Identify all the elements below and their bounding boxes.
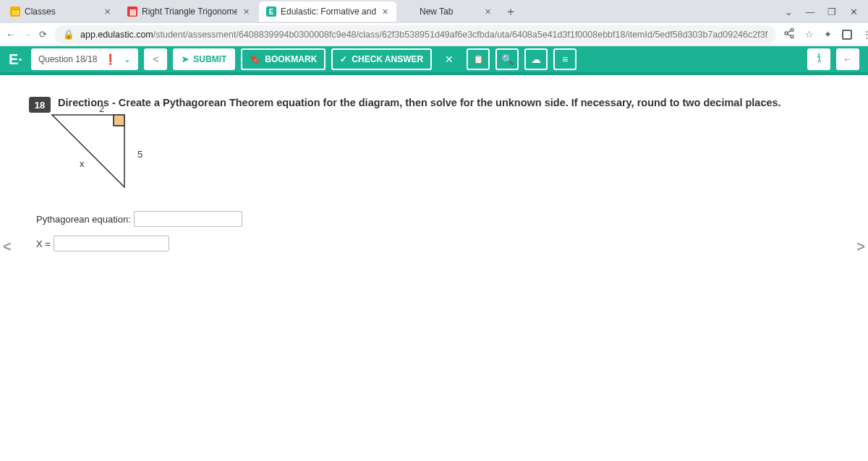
calculator-button[interactable]: 📋 — [467, 48, 490, 70]
check-icon: ✓ — [340, 54, 347, 64]
edulastic-icon: E — [266, 7, 276, 17]
close-icon[interactable]: ✕ — [380, 7, 389, 16]
warning-icon: ❗ — [104, 53, 116, 65]
forward-icon[interactable]: → — [22, 29, 32, 40]
svg-rect-7 — [114, 115, 124, 126]
svg-line-3 — [788, 30, 791, 33]
address-path: /student/assessment/6408839994b0300008fc… — [153, 30, 767, 40]
browser-tab-strip: ▭ Classes ✕ ▤ Right Triangle Trigonometr… — [0, 0, 868, 23]
label-top: 2 — [99, 103, 868, 114]
blank-icon — [405, 7, 415, 17]
window-controls: ⌄ — ❐ ✕ — [784, 7, 868, 17]
check-label: CHECK ANSWER — [352, 54, 423, 64]
tab-right-triangle[interactable]: ▤ Right Triangle Trigonometry Revi ✕ — [120, 1, 258, 22]
new-tab-button[interactable]: ＋ — [501, 1, 521, 22]
share-icon[interactable] — [783, 27, 795, 41]
assessment-toolbar: E· Question 18/18 ❗ ⌄ < ➤ SUBMIT 🔖 BOOKM… — [0, 46, 868, 75]
account-icon[interactable] — [842, 30, 852, 40]
lines-button[interactable]: ≡ — [553, 48, 576, 70]
pdf-icon: ▤ — [127, 7, 137, 17]
submit-label: SUBMIT — [193, 54, 226, 64]
prev-page-chevron[interactable]: < — [3, 238, 12, 255]
lock-icon: 🔒 — [63, 29, 75, 40]
equation-label: Pythagorean equation: — [36, 214, 131, 225]
address-domain: app.edulastic.com — [80, 30, 153, 40]
question-indicator[interactable]: Question 18/18 ❗ ⌄ — [31, 48, 138, 70]
svg-point-1 — [785, 32, 788, 35]
calculator-icon: 📋 — [473, 54, 484, 64]
search-button[interactable]: 🔍 — [495, 48, 519, 70]
x-input[interactable] — [54, 236, 169, 251]
next-page-chevron[interactable]: > — [856, 238, 865, 255]
address-bar[interactable]: 🔒 app.edulastic.com/student/assessment/6… — [54, 25, 776, 44]
svg-point-0 — [791, 28, 793, 31]
edulastic-logo: E· — [9, 51, 22, 68]
cloud-button[interactable]: ☁ — [524, 48, 548, 70]
close-window-icon[interactable]: ✕ — [849, 7, 858, 17]
classroom-icon: ▭ — [10, 7, 20, 17]
bookmark-label: BOOKMARK — [265, 54, 317, 64]
star-icon[interactable]: ☆ — [805, 29, 814, 40]
cloud-icon: ☁ — [531, 53, 541, 65]
reload-icon[interactable]: ⟳ — [39, 29, 47, 40]
prev-question-button[interactable]: < — [144, 48, 167, 70]
x-label: X = — [36, 238, 51, 249]
svg-line-4 — [788, 34, 791, 36]
close-icon[interactable]: ✕ — [242, 7, 250, 16]
back-icon[interactable]: ← — [6, 29, 15, 40]
tab-classes[interactable]: ▭ Classes ✕ — [3, 1, 119, 22]
tab-title: New Tab — [420, 7, 479, 17]
tab-title: Edulastic: Formative and Summa — [281, 7, 376, 17]
accessibility-icon — [813, 53, 825, 66]
extensions-icon[interactable]: ✦ — [824, 29, 832, 40]
restore-icon[interactable]: ❐ — [827, 7, 836, 17]
search-icon: 🔍 — [501, 53, 514, 65]
minimize-icon[interactable]: — — [806, 7, 814, 17]
answer-inputs: Pythagorean equation: X = — [36, 211, 825, 251]
chevron-down-icon[interactable]: ⌄ — [784, 7, 793, 17]
tab-title: Right Triangle Trigonometry Revi — [142, 7, 237, 17]
svg-point-2 — [791, 35, 793, 38]
label-side: x — [80, 158, 867, 169]
tab-new[interactable]: New Tab ✕ — [398, 1, 499, 22]
question-label: Question 18/18 — [38, 54, 97, 64]
exit-icon: ← — [843, 53, 853, 65]
close-icon[interactable]: ✕ — [483, 7, 492, 16]
submit-button[interactable]: ➤ SUBMIT — [173, 48, 235, 70]
bookmark-button[interactable]: 🔖 BOOKMARK — [241, 48, 326, 70]
tab-edulastic[interactable]: E Edulastic: Formative and Summa ✕ — [259, 1, 396, 22]
send-icon: ➤ — [182, 54, 189, 64]
accessibility-button[interactable] — [807, 48, 830, 70]
lines-icon: ≡ — [562, 53, 568, 65]
bookmark-icon: 🔖 — [250, 54, 260, 64]
equation-input[interactable] — [134, 211, 242, 227]
check-answer-button[interactable]: ✓ CHECK ANSWER — [331, 48, 432, 70]
question-number-badge: 18 — [29, 97, 51, 113]
chevron-down-icon: ⌄ — [124, 54, 131, 64]
tab-title: Classes — [25, 7, 98, 17]
exit-button[interactable]: ← — [836, 48, 859, 70]
address-bar-row: ← → ⟳ 🔒 app.edulastic.com/student/assess… — [0, 23, 868, 46]
question-content: 18 Directions - Create a Pythagorean The… — [0, 75, 868, 266]
toolbar-right: ☆ ✦ ⋮ — [783, 27, 868, 41]
close-icon[interactable]: ✕ — [103, 7, 111, 16]
svg-point-5 — [818, 53, 820, 56]
close-tool-button[interactable]: ✕ — [438, 48, 461, 70]
menu-icon[interactable]: ⋮ — [862, 29, 868, 40]
